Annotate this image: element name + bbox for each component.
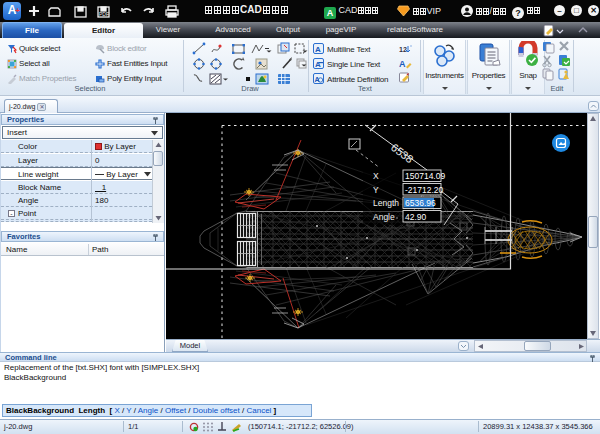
svg-text:6538: 6538 (389, 141, 416, 165)
svg-text:Angle: Angle (373, 212, 395, 222)
svg-text:6536.96: 6536.96 (405, 198, 436, 208)
svg-text:Length: Length (373, 198, 399, 208)
svg-text:A: A (315, 60, 321, 69)
svg-text:-21712.20: -21712.20 (405, 185, 444, 195)
svg-text:150714.09: 150714.09 (405, 171, 445, 181)
svg-text:Y: Y (373, 185, 379, 195)
svg-text:12: 12 (399, 46, 407, 53)
svg-text:42.90: 42.90 (405, 212, 427, 222)
svg-text:X: X (373, 171, 379, 181)
svg-text:A: A (315, 45, 321, 54)
svg-text:PDF: PDF (99, 11, 109, 17)
svg-text:A: A (399, 59, 406, 69)
